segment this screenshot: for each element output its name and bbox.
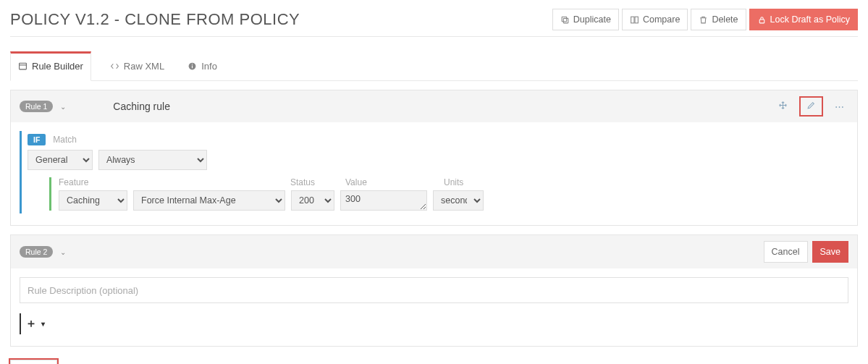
duplicate-icon xyxy=(560,15,570,25)
match-block: IF Match General Always Feature Status V… xyxy=(20,131,848,213)
svg-rect-3 xyxy=(635,17,638,23)
add-rule-button[interactable]: ＋ Rule xyxy=(10,360,57,364)
rule2-header: Rule 2 ⌄ Cancel Save xyxy=(11,235,857,268)
lock-label: Lock Draft as Policy xyxy=(770,14,850,25)
status-select[interactable]: 200 xyxy=(291,190,334,211)
info-icon xyxy=(187,62,197,71)
more-icon[interactable]: ⋯ xyxy=(830,98,848,115)
rule1-header: Rule 1 ⌄ Caching rule ⋯ xyxy=(11,90,857,122)
compare-label: Compare xyxy=(643,14,680,25)
rule1-body: IF Match General Always Feature Status V… xyxy=(11,122,857,225)
lock-draft-button[interactable]: Lock Draft as Policy xyxy=(749,9,858,30)
tab-rule-builder-label: Rule Builder xyxy=(32,61,83,72)
delete-label: Delete xyxy=(712,14,738,25)
svg-rect-1 xyxy=(562,17,567,22)
if-badge: IF xyxy=(28,134,46,145)
match-category-select[interactable]: General xyxy=(28,150,93,170)
feature-category-select[interactable]: Caching xyxy=(59,190,127,211)
rule-description-input[interactable] xyxy=(20,277,848,303)
move-icon[interactable] xyxy=(774,98,792,115)
units-select[interactable]: seconds xyxy=(433,190,484,211)
feature-col-label: Feature xyxy=(59,177,285,187)
units-col-label: Units xyxy=(444,177,500,187)
rule1-panel: Rule 1 ⌄ Caching rule ⋯ IF Match General… xyxy=(10,90,858,226)
value-col-label: Value xyxy=(345,177,438,187)
page-title: POLICY V1.2 - CLONE FROM POLICY xyxy=(10,10,300,29)
tab-rule-builder[interactable]: Rule Builder xyxy=(10,51,91,81)
tab-raw-xml[interactable]: Raw XML xyxy=(106,51,169,80)
tabs: Rule Builder Raw XML Info xyxy=(10,51,858,81)
tab-info-label: Info xyxy=(201,61,217,72)
list-icon xyxy=(18,62,28,71)
value-input[interactable] xyxy=(340,190,427,211)
compare-icon xyxy=(630,15,639,25)
code-icon xyxy=(110,62,119,71)
delete-button[interactable]: Delete xyxy=(691,9,746,30)
duplicate-label: Duplicate xyxy=(573,14,611,25)
svg-rect-2 xyxy=(631,17,634,23)
rule2-pill: Rule 2 xyxy=(20,246,53,258)
top-actions: Duplicate Compare Delete Lock Draft as P… xyxy=(549,9,858,30)
duplicate-button[interactable]: Duplicate xyxy=(552,9,619,30)
rule2-collapse-toggle[interactable]: ⌄ xyxy=(60,248,66,256)
add-condition-button[interactable]: ＋ ▾ xyxy=(20,313,49,334)
match-condition-select[interactable]: Always xyxy=(98,150,207,170)
lock-icon xyxy=(757,15,767,25)
cancel-button[interactable]: Cancel xyxy=(764,241,808,263)
save-button[interactable]: Save xyxy=(812,241,849,263)
svg-rect-0 xyxy=(563,18,568,22)
trash-icon xyxy=(699,15,708,25)
svg-rect-8 xyxy=(192,64,193,64)
rule1-pill: Rule 1 xyxy=(20,101,53,112)
compare-button[interactable]: Compare xyxy=(622,9,688,30)
chevron-down-icon: ▾ xyxy=(41,320,45,328)
tab-raw-xml-label: Raw XML xyxy=(124,61,164,72)
plus-icon: ＋ xyxy=(25,316,37,331)
rule2-body: ＋ ▾ xyxy=(11,268,857,346)
feature-name-select[interactable]: Force Internal Max-Age xyxy=(133,190,285,211)
tab-info[interactable]: Info xyxy=(183,51,222,80)
rule2-panel: Rule 2 ⌄ Cancel Save ＋ ▾ xyxy=(10,234,858,347)
status-col-label: Status xyxy=(290,177,340,187)
svg-rect-5 xyxy=(20,63,27,69)
svg-rect-4 xyxy=(759,19,764,22)
edit-icon[interactable] xyxy=(799,96,823,117)
rule1-collapse-toggle[interactable]: ⌄ xyxy=(60,103,66,111)
feature-block: Feature Status Value Units Caching Force… xyxy=(49,177,848,211)
svg-rect-7 xyxy=(192,65,193,68)
rule1-name: Caching rule xyxy=(113,101,170,112)
match-label: Match xyxy=(53,135,77,145)
